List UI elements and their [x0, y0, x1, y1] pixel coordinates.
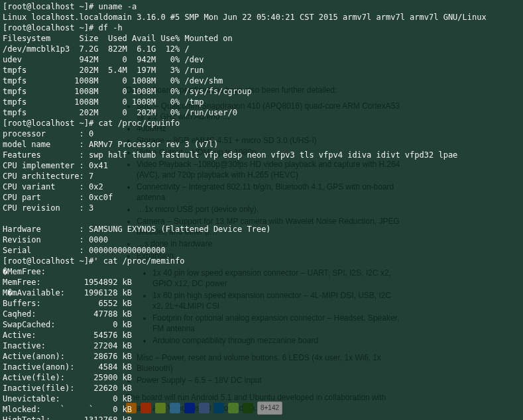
terminal-overlay[interactable]: [root@localhost ~]# uname -a Linux local… — [0, 0, 523, 420]
